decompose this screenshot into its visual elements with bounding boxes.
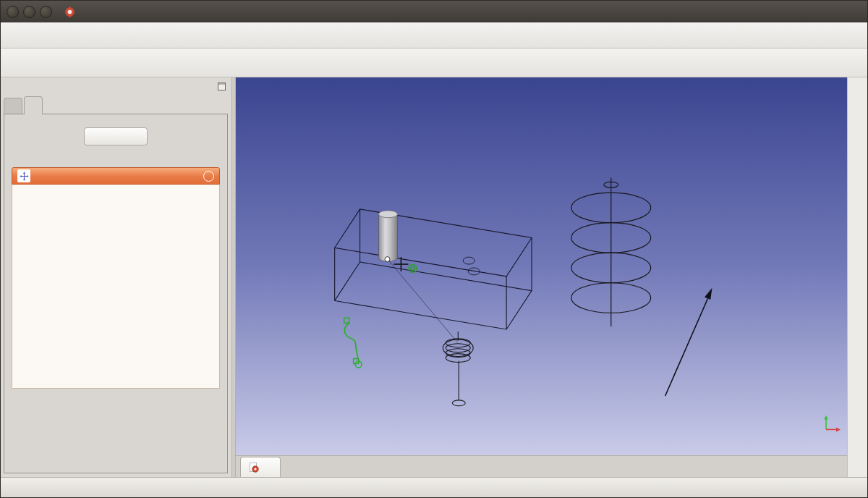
move-task-panel: [12, 167, 220, 389]
tab-tasks[interactable]: [24, 96, 43, 114]
panel-close-icon[interactable]: [203, 171, 214, 182]
float-panel-button[interactable]: [218, 83, 226, 90]
close-button[interactable]: [84, 127, 148, 145]
document-tab[interactable]: [240, 457, 281, 477]
snap-point: [385, 257, 390, 262]
move-icon: [17, 169, 30, 182]
viewport-background: [236, 77, 847, 455]
freecad-logo-icon: [64, 6, 76, 18]
document-tabbar: [236, 455, 847, 477]
document-icon: [248, 462, 260, 473]
draft-toolbar: [1, 48, 867, 77]
viewport-column: [236, 77, 847, 477]
snap-toolbar: [847, 77, 867, 477]
main-toolbar: [1, 22, 867, 48]
window-minimize-button[interactable]: [23, 6, 35, 18]
window-maximize-button[interactable]: [40, 6, 52, 18]
freecad-window: [0, 0, 868, 498]
tasks-panel: [4, 114, 228, 473]
viewport-3d[interactable]: [236, 77, 847, 455]
main-area: [1, 77, 867, 477]
combo-view-panel: [1, 77, 232, 477]
tab-model[interactable]: [4, 98, 22, 114]
move-panel-body: [12, 185, 220, 389]
titlebar[interactable]: [1, 1, 867, 22]
statusbar: [1, 477, 867, 497]
combo-view-titlebar: [1, 77, 231, 95]
move-panel-header[interactable]: [12, 167, 220, 185]
cylinder[interactable]: [379, 211, 398, 261]
window-close-button[interactable]: [7, 6, 19, 18]
combo-view-tabs: [1, 95, 231, 114]
